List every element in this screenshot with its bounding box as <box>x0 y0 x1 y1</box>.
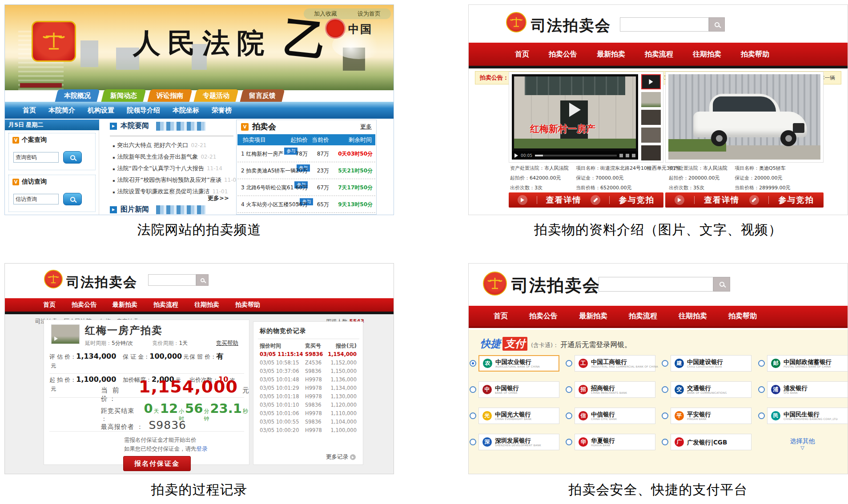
bank-card[interactable]: 浦 浦发银行 SPD BANK <box>767 381 848 398</box>
bank-card[interactable]: 平 平安银行 PINGAN BANK <box>671 408 752 424</box>
bank-logo-icon: 邮 <box>771 359 780 368</box>
nav-item[interactable]: 往期拍卖 <box>194 301 219 309</box>
bank-radio[interactable] <box>758 360 765 367</box>
nav-item[interactable]: 拍卖公告 <box>529 312 558 321</box>
petition-search-button[interactable] <box>63 193 82 205</box>
fullscreen-icon[interactable] <box>632 154 635 157</box>
join-bid-button[interactable]: 参与竞拍 <box>619 195 655 205</box>
view-detail-button[interactable]: 查看详情 <box>546 195 582 205</box>
video-thumbnail-selected[interactable] <box>641 74 661 89</box>
search-button[interactable] <box>709 17 725 32</box>
tab-item[interactable]: 本院概况 <box>55 89 100 102</box>
bank-card[interactable]: 光 中国光大银行 CHINA EVERBRIGHT BANK <box>478 408 559 424</box>
pay-deposit-button[interactable]: 报名付保证金 <box>123 456 191 471</box>
petition-query-input[interactable] <box>13 194 59 204</box>
bank-card[interactable]: 华 华夏银行 HUAXIA BANK <box>575 434 655 450</box>
auction-item-link[interactable]: 1 红梅新村一房产参与 <box>241 150 297 158</box>
progress-bar[interactable] <box>535 155 617 156</box>
tab-item[interactable]: 新闻动态 <box>101 89 146 102</box>
news-item[interactable]: 突出六大特点 把好六个关口02-21 <box>113 140 240 152</box>
photo-thumbnail[interactable] <box>641 110 661 125</box>
bank-card[interactable]: 招 招商银行 CHINA MERCHANTS BANK <box>575 381 655 398</box>
bank-card[interactable]: 深 深圳发展银行 SHENZHEN DEVELOPMENT BANK <box>478 434 559 450</box>
nav-item[interactable]: 最新拍卖 <box>597 50 625 59</box>
bank-radio[interactable] <box>662 360 668 367</box>
more-records-link[interactable]: 更多记录 <box>326 453 356 461</box>
nav-item[interactable]: 首页 <box>43 301 56 309</box>
bank-card[interactable]: 农 中国农业银行 AGRICULTURAL BANK OF CHINA <box>478 355 559 372</box>
bank-radio[interactable] <box>662 412 668 419</box>
nav-item[interactable]: 拍卖帮助 <box>235 301 260 309</box>
play-button[interactable] <box>569 103 581 117</box>
nav-item[interactable]: 往期拍卖 <box>679 312 707 321</box>
bank-card[interactable]: 工 中国工商银行 INDUSTRIAL AND COMMERCIAL BANK … <box>575 355 655 372</box>
tab-item[interactable]: 专题活动 <box>194 89 239 102</box>
view-detail-button[interactable]: 查看详情 <box>704 195 739 205</box>
tab-item[interactable]: 诉讼指南 <box>148 89 193 102</box>
bank-card[interactable]: 邮 中国邮政储蓄银行 POSTAL SAVINGS BANK OF CHINA <box>767 355 848 372</box>
bank-radio[interactable] <box>758 386 765 393</box>
nav-item[interactable]: 最新拍卖 <box>113 301 137 309</box>
bank-radio[interactable] <box>566 360 572 367</box>
news-item[interactable]: 法院新年民主生活会开出新气象02-21 <box>113 152 240 163</box>
bank-card[interactable]: 建 中国建设银行 China Construction Bank <box>671 355 752 372</box>
search-button[interactable] <box>196 274 209 286</box>
bank-radio[interactable] <box>470 360 476 367</box>
nav-item[interactable]: 往期拍卖 <box>693 50 721 59</box>
tab-item[interactable]: 留言反馈 <box>240 89 285 102</box>
search-input[interactable] <box>620 17 709 32</box>
nav-item[interactable]: 拍卖帮助 <box>728 312 757 321</box>
news-item[interactable]: 法院“四个全”认真学习十八大报告11-14 <box>113 163 240 175</box>
nav-item[interactable]: 拍卖公告 <box>549 50 577 59</box>
bank-radio[interactable] <box>566 439 572 445</box>
bank-radio[interactable] <box>662 386 668 393</box>
volume-icon[interactable] <box>619 154 623 157</box>
join-bid-button[interactable]: 参与竞拍 <box>779 195 814 205</box>
nav-item[interactable]: 机构设置 <box>88 106 114 115</box>
bank-radio[interactable] <box>470 412 476 419</box>
bank-card[interactable]: 交 交通银行 BANK OF COMMUNICATIONS <box>671 381 752 398</box>
bank-radio[interactable] <box>566 412 572 419</box>
nav-item[interactable]: 首页 <box>23 106 36 115</box>
bank-radio[interactable] <box>470 439 476 445</box>
nav-item[interactable]: 拍卖流程 <box>153 301 178 309</box>
nav-item[interactable]: 拍卖帮助 <box>741 50 769 59</box>
nav-item[interactable]: 拍卖公告 <box>72 301 96 309</box>
share-icon[interactable] <box>626 154 629 157</box>
bank-card[interactable]: 民 中国民生银行 CHINA MINSHENG BANKING CORP.,LT… <box>767 408 848 424</box>
bank-radio[interactable] <box>758 412 765 419</box>
nav-item[interactable]: 首页 <box>515 50 529 59</box>
search-input[interactable] <box>599 277 713 292</box>
nav-item[interactable]: 最新拍卖 <box>579 312 607 321</box>
nav-item[interactable]: 首页 <box>494 312 508 321</box>
play-icon[interactable] <box>514 153 518 158</box>
search-input[interactable] <box>148 274 196 286</box>
nav-item[interactable]: 院领导介绍 <box>127 106 160 115</box>
case-query-input[interactable] <box>13 152 59 163</box>
choose-other-link[interactable]: 选择其他▽ <box>757 436 848 451</box>
bank-card[interactable]: 广 广发银行|CGB <box>671 434 752 450</box>
photo-thumbnail[interactable] <box>641 92 661 107</box>
nav-item[interactable]: 本院简介 <box>48 106 75 115</box>
nav-item[interactable]: 本院坐标 <box>173 106 199 115</box>
nav-item[interactable]: 拍卖流程 <box>629 312 657 321</box>
nav-item[interactable]: 拍卖流程 <box>645 50 673 59</box>
news-more-link[interactable]: 更多>> <box>208 194 229 202</box>
search-button[interactable] <box>713 277 730 292</box>
bid-help-link[interactable]: 竞买帮助 <box>216 340 238 347</box>
photo-thumbnail[interactable] <box>641 145 661 160</box>
login-link[interactable]: 登录 <box>197 445 208 452</box>
news-section-title: 本院要闻 <box>121 121 149 131</box>
news-item[interactable]: 法院召开“校园伤害纠纷预防及应对”座谈11-01 <box>113 175 240 186</box>
bank-radio[interactable] <box>470 386 476 393</box>
bank-card[interactable]: 中 中国银行 BANK OF CHINA <box>478 381 559 398</box>
item-thumbnail[interactable] <box>51 324 80 344</box>
bank-radio[interactable] <box>566 386 572 393</box>
set-homepage-link[interactable]: 设为首页 <box>358 10 381 18</box>
nav-item[interactable]: 荣誉榜 <box>212 106 232 115</box>
bank-radio[interactable] <box>662 439 668 445</box>
photo-thumbnail[interactable] <box>641 128 661 143</box>
bank-card[interactable]: 信 中信银行 CHINA CITIC BANK <box>575 408 655 424</box>
case-search-button[interactable] <box>63 151 82 164</box>
auction-more-link[interactable]: 更多 <box>360 123 372 131</box>
